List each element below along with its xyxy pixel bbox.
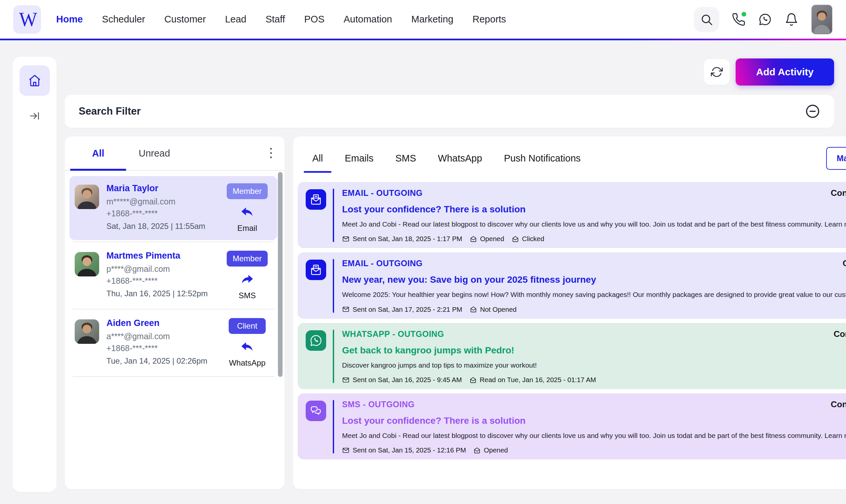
contact-list-item[interactable]: Martmes Pimenta p****@gmail.com +1868-**… — [69, 244, 277, 307]
contact-avatar — [75, 319, 99, 344]
envelope-open-icon — [470, 235, 477, 243]
minus-circle-icon — [805, 104, 820, 119]
content-row: All Unread ⋮ — [65, 137, 834, 489]
log-action-button[interactable]: Marketing Log — [826, 147, 846, 170]
log-channel-icon — [306, 330, 326, 351]
contact-list-item[interactable]: Maria Taylor m*****@gmail.com +1868-***-… — [69, 176, 277, 240]
contact-reason-label: Contact Reason: — [831, 188, 846, 198]
nav-item[interactable]: Home — [56, 14, 83, 25]
contact-type-badge: Member — [227, 251, 268, 267]
log-type-label: SMS - OUTGOING — [342, 400, 415, 409]
contacts-tab[interactable]: All — [70, 137, 126, 170]
brand-logo[interactable]: W — [13, 5, 41, 34]
envelope-open-icon — [469, 376, 477, 384]
log-subject: Get back to kangroo jumps with Pedro! — [342, 345, 846, 356]
contact-divider — [73, 376, 274, 377]
log-sent-meta: Sent on Sat, Jan 16, 2025 - 9:45 AM — [342, 376, 462, 384]
contact-phone: +1868-***-**** — [106, 209, 215, 218]
phone-icon[interactable] — [732, 13, 745, 26]
contact-last-activity-date: Sat, Jan 18, 2025 | 11:55am — [106, 222, 215, 231]
add-activity-button[interactable]: Add Activity — [736, 58, 834, 86]
log-sent-meta: Sent on Sat, Jan 18, 2025 - 1:17 PM — [342, 235, 462, 243]
marketing-log-panel: All Emails SMS WhatsApp Push Notificatio… — [293, 137, 846, 489]
contact-list-item[interactable]: Aiden Green a****@gmail.com +1868-***-**… — [69, 311, 277, 375]
log-tab[interactable]: All — [304, 137, 332, 180]
nav-item[interactable]: Reports — [473, 14, 506, 25]
log-card[interactable]: WHATSAPP - OUTGOING Contact Reason:Disco… — [298, 323, 846, 389]
rail-home-button[interactable] — [19, 66, 50, 96]
contact-channel-label: WhatsApp — [229, 358, 266, 367]
nav-right-cluster — [694, 4, 833, 35]
collapse-filter-button[interactable] — [805, 104, 820, 119]
contact-email: m*****@gmail.com — [106, 197, 215, 206]
nav-item[interactable]: Staff — [265, 14, 285, 25]
rail-collapse-button[interactable] — [29, 110, 40, 122]
log-tabs: All Emails SMS WhatsApp Push Notificatio… — [304, 137, 589, 180]
nav-item[interactable]: POS — [304, 14, 324, 25]
phone-online-dot — [742, 12, 746, 17]
contact-phone: +1868-***-**** — [106, 276, 215, 286]
contact-reason-label: Contact Reason: — [831, 399, 846, 409]
channel-arrow-icon — [240, 205, 254, 220]
contacts-scrollbar[interactable] — [278, 172, 283, 377]
log-card-list: EMAIL - OUTGOING Contact Reason:Fitness … — [293, 180, 846, 489]
nav-item[interactable]: Customer — [164, 14, 206, 25]
log-tab[interactable]: Push Notifications — [495, 137, 589, 180]
log-body-preview: Meet Jo and Cobi - Read our latest blogp… — [342, 220, 846, 229]
toolbar: Add Activity — [65, 58, 834, 86]
contact-last-activity-date: Tue, Jan 14, 2025 | 02:26pm — [106, 356, 215, 366]
log-card[interactable]: EMAIL - OUTGOING Contact Reason:Fitness … — [298, 182, 846, 248]
contacts-tabs: All Unread ⋮ — [65, 137, 284, 171]
log-accent-line — [333, 330, 334, 383]
log-tab[interactable]: SMS — [387, 137, 425, 180]
contacts-menu-kebab-icon[interactable]: ⋮ — [265, 146, 277, 159]
channel-arrow-icon — [240, 340, 254, 354]
log-subject: Lost your confidence? There is a solutio… — [342, 204, 846, 215]
log-card[interactable]: EMAIL - OUTGOING Contact Reason:Packages… — [298, 252, 846, 318]
bell-icon[interactable] — [785, 13, 798, 26]
user-avatar[interactable] — [811, 4, 833, 35]
contact-type-badge: Member — [227, 183, 268, 199]
log-subject: New year, new you: Save big on your 2025… — [342, 274, 846, 285]
contact-avatar — [75, 252, 99, 276]
nav-item[interactable]: Automation — [344, 14, 392, 25]
log-status-meta: Not Opened — [470, 306, 517, 313]
log-accent-line — [333, 259, 334, 312]
log-body-preview: Meet Jo and Cobi - Read our latest blogp… — [342, 431, 846, 440]
log-card[interactable]: SMS - OUTGOING Contact Reason:Fitness Cl… — [298, 393, 846, 460]
log-tab[interactable]: Emails — [336, 137, 382, 180]
contact-reason-label: Contact Reason: — [843, 258, 846, 268]
log-channel-icon — [306, 189, 326, 210]
contact-name: Aiden Green — [106, 318, 215, 328]
log-channel-icon — [306, 401, 326, 421]
contact-reason-label: Contact Reason: — [833, 329, 846, 339]
envelope-open-icon — [512, 235, 519, 243]
nav-item[interactable]: Scheduler — [102, 14, 145, 25]
contact-last-activity-date: Thu, Jan 16, 2025 | 12:52pm — [106, 289, 215, 298]
log-type-label: EMAIL - OUTGOING — [342, 188, 423, 198]
log-accent-line — [333, 400, 334, 453]
refresh-button[interactable] — [704, 59, 730, 85]
log-body-preview: Discover kangroo jumps and top tips to m… — [342, 361, 846, 370]
contact-name: Maria Taylor — [106, 183, 215, 194]
log-tab[interactable]: WhatsApp — [429, 137, 491, 180]
contact-email: a****@gmail.com — [106, 331, 215, 341]
log-sent-meta: Sent on Sat, Jan 15, 2025 - 12:16 PM — [342, 446, 466, 454]
contact-divider — [73, 241, 274, 242]
whatsapp-icon[interactable] — [758, 13, 772, 26]
main-content: Add Activity Search Filter All Unread ⋮ — [65, 39, 846, 489]
nav-item[interactable]: Marketing — [411, 14, 453, 25]
search-button[interactable] — [694, 7, 719, 32]
nav-item[interactable]: Lead — [225, 14, 247, 25]
log-status-meta: Read on Tue, Jan 16, 2025 - 01:17 AM — [469, 376, 596, 384]
envelope-icon — [342, 306, 350, 313]
contacts-tab[interactable]: Unread — [126, 137, 182, 170]
log-subject: Lost your confidence? There is a solutio… — [342, 415, 846, 426]
envelope-icon — [342, 235, 350, 243]
envelope-icon — [342, 447, 350, 454]
contacts-list: Maria Taylor m*****@gmail.com +1868-***-… — [65, 171, 284, 489]
left-rail — [13, 57, 56, 492]
contact-type-badge: Client — [229, 318, 266, 334]
contact-email: p****@gmail.com — [106, 264, 215, 274]
home-icon — [28, 74, 42, 88]
